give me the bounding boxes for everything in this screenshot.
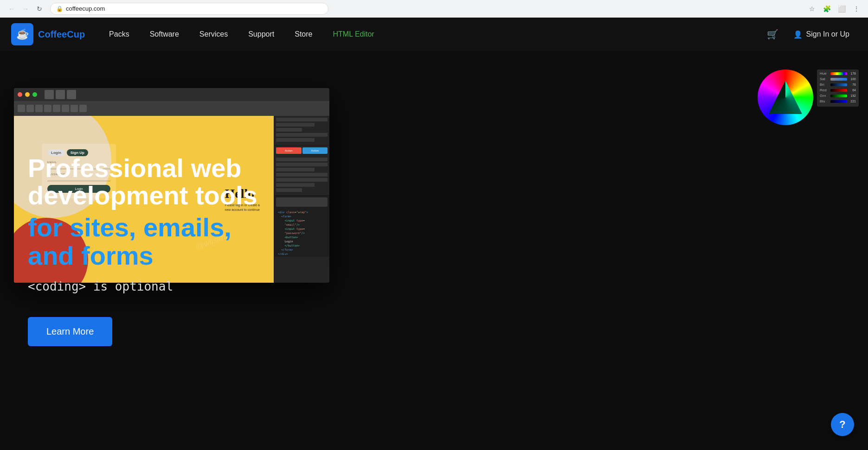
address-bar[interactable]: 🔒 coffeecup.com (50, 3, 328, 15)
color-panel-row-hue: Hue 178 (820, 71, 856, 76)
right-panel: Action Action <div class="wrap"> (274, 116, 329, 283)
hero-subtitle: <coding> is optional (28, 279, 257, 294)
signin-label: Sign In or Up (806, 30, 849, 38)
browser-chrome: ← → ↻ 🔒 coffeecup.com ☆ 🧩 ⬜ ⋮ (0, 0, 868, 18)
refresh-button[interactable]: ↻ (33, 3, 45, 15)
minimize-dot (25, 92, 30, 97)
nav-support[interactable]: Support (238, 18, 284, 51)
panel-btn-blue: Action (302, 147, 328, 154)
nav-store[interactable]: Store (284, 18, 322, 51)
forward-button[interactable]: → (19, 3, 32, 15)
toolbar-icon-6 (62, 105, 69, 112)
nav-html-editor[interactable]: HTML Editor (322, 18, 384, 51)
hero-title-blue: for sites, emails, and forms (28, 213, 257, 270)
toolbar-icon-7 (71, 105, 78, 112)
nav-services[interactable]: Services (189, 18, 238, 51)
toolbar-icon-3 (35, 105, 43, 112)
close-dot (18, 92, 22, 97)
color-panel-row-red: Red 64 (820, 88, 856, 92)
hero-content: Professional web development tools for s… (28, 155, 257, 346)
cart-icon: 🛒 (767, 29, 778, 40)
nav-links: Packs Software Services Support Store HT… (99, 18, 764, 51)
toolbar-tab-1 (45, 90, 54, 99)
panel-btn-red: Action (276, 147, 302, 154)
bookmark-button[interactable]: ☆ (806, 3, 818, 15)
editor-titlebar (14, 88, 329, 101)
color-panel-row-bri: Bri 76 (820, 82, 856, 87)
color-panel-row-grn: Grn 192 (820, 94, 856, 98)
logo-text: CoffeeCup (38, 29, 85, 40)
toolbar-tab-2 (56, 90, 65, 99)
toolbar-icon-4 (44, 105, 51, 112)
lock-icon: 🔒 (56, 6, 63, 12)
panel-buttons: Action Action (274, 146, 329, 156)
color-panel-row-blu: Blu 221 (820, 99, 856, 103)
color-panel-row-sat: Sat 100 (820, 77, 856, 81)
nav-packs[interactable]: Packs (99, 18, 140, 51)
cart-button[interactable]: 🛒 (764, 25, 782, 44)
signin-button[interactable]: 👤 Sign In or Up (786, 18, 857, 51)
panel-section-1 (274, 116, 329, 146)
profile-button[interactable]: ⬜ (836, 3, 848, 15)
toolbar-tab-3 (67, 90, 76, 99)
maximize-dot (32, 92, 37, 97)
toolbar-icon-1 (18, 105, 25, 112)
help-button[interactable]: ? (831, 413, 854, 436)
hero-section: Professional web development tools for s… (0, 51, 868, 450)
logo-link[interactable]: ☕ CoffeeCup (11, 23, 85, 45)
nav-buttons: ← → ↻ (6, 3, 45, 15)
color-wheel-widget: Hue 178 Sat 100 Bri 76 Red 64 Grn (758, 70, 859, 125)
panel-section-2 (274, 156, 329, 196)
toolbar-icon-8 (79, 105, 87, 112)
extensions-button[interactable]: 🧩 (821, 3, 833, 15)
nav-software[interactable]: Software (140, 18, 189, 51)
code-area: <div class="wrap"> <form> <input type= "… (274, 196, 329, 257)
toolbar-icon-2 (26, 105, 34, 112)
person-icon: 👤 (793, 30, 803, 39)
back-button[interactable]: ← (6, 3, 18, 15)
hero-title-white: Professional web development tools (28, 155, 257, 209)
logo-icon: ☕ (11, 23, 33, 45)
url-text: coffeecup.com (66, 5, 105, 12)
code-panel: <div class="wrap"> <form> <input type= "… (276, 209, 328, 255)
learn-more-button[interactable]: Learn More (28, 317, 112, 346)
editor-toolbar (14, 101, 329, 116)
menu-button[interactable]: ⋮ (850, 3, 862, 15)
toolbar-icon-5 (53, 105, 60, 112)
color-panel: Hue 178 Sat 100 Bri 76 Red 64 Grn (817, 70, 859, 107)
browser-actions: ☆ 🧩 ⬜ ⋮ (806, 3, 862, 15)
navbar: ☕ CoffeeCup Packs Software Services Supp… (0, 18, 868, 51)
nav-right: 🛒 👤 Sign In or Up (764, 18, 857, 51)
color-wheel (758, 70, 813, 125)
